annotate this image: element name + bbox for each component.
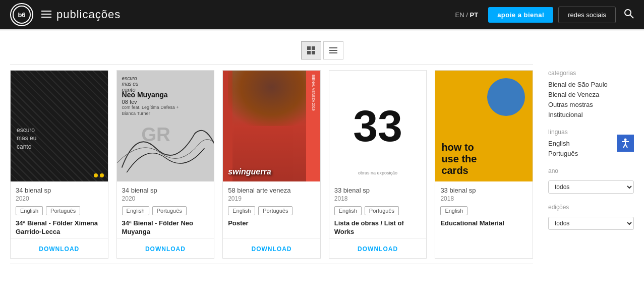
card4-number: 33	[353, 104, 402, 148]
pub-card-3-download[interactable]: DOWNLOAD	[223, 238, 320, 258]
apoie-button[interactable]: apoie a bienal	[488, 7, 553, 23]
svg-rect-9	[307, 51, 311, 54]
publications-grid: escuro mas eu canto XimenaGarrido–Lecca …	[10, 65, 533, 264]
pub-card-5-info: 33 bienal sp 2018 English Educational Ma…	[435, 181, 533, 258]
pub-card-4-langs: English Português	[334, 206, 422, 215]
pub-card-2-series: 34 bienal sp	[122, 187, 209, 194]
sidebar-languages-section: línguas English Português	[548, 129, 634, 157]
download-link-4[interactable]: DOWNLOAD	[358, 245, 398, 253]
svg-line-19	[625, 144, 627, 148]
download-link-3[interactable]: DOWNLOAD	[251, 245, 291, 253]
card-img-1-name: XimenaGarrido–Lecca	[17, 153, 102, 169]
lang-pt[interactable]: PT	[470, 11, 479, 19]
pub-card-2: escuro mas eu canto Neo Muyanga 08 fev c…	[116, 70, 215, 259]
pub-card-3-year: 2019	[228, 195, 315, 202]
svg-rect-8	[312, 46, 315, 50]
pub-card-4-download[interactable]: DOWNLOAD	[329, 238, 427, 258]
card4-subtext: obras na exposição	[358, 170, 397, 175]
pub-card-1-title: 34ª Bienal - Fôlder Ximena Garrido-Lecca	[16, 219, 103, 236]
grid-view-button[interactable]	[301, 41, 321, 59]
pub-card-4-image: 33 obras na exposição	[329, 71, 427, 181]
svg-text:b6: b6	[18, 11, 25, 19]
accessibility-icon[interactable]	[617, 135, 634, 152]
lang-badge-english-2[interactable]: English	[122, 206, 149, 215]
lang-badge-english-3[interactable]: English	[228, 206, 255, 215]
editions-select[interactable]: todos	[548, 217, 634, 230]
pub-card-5-series: 33 bienal sp	[440, 187, 528, 194]
svg-rect-4	[41, 17, 51, 18]
pub-card-1-download[interactable]: DOWNLOAD	[11, 238, 108, 258]
pub-card-1-image: escuro mas eu canto XimenaGarrido–Lecca …	[11, 71, 108, 181]
lang-badge-english-4[interactable]: English	[334, 206, 362, 215]
pub-card-5-title: Educational Material	[440, 219, 528, 256]
card-img-1: escuro mas eu canto XimenaGarrido–Lecca …	[11, 71, 108, 181]
lang-badge-portugues-3[interactable]: Português	[258, 206, 292, 215]
pub-card-4-title: Lista de obras / List of Works	[334, 219, 422, 236]
card3-swinguerra: swinguerra	[228, 167, 271, 176]
svg-rect-10	[312, 51, 315, 54]
svg-rect-2	[41, 11, 51, 12]
pub-card-3-langs: English Português	[228, 206, 315, 215]
redes-sociais-button[interactable]: redes sociais	[558, 7, 616, 23]
lang-en[interactable]: EN	[455, 11, 464, 19]
sidebar-item-veneza[interactable]: Bienal de Veneza	[548, 91, 634, 98]
pub-card-4-series: 33 bienal sp	[334, 187, 422, 194]
sidebar-year-section: ano todos	[548, 167, 634, 194]
pub-card-1-series: 34 bienal sp	[16, 187, 103, 194]
lang-badge-portugues-2[interactable]: Português	[152, 206, 187, 215]
pub-card-1-langs: English Português	[16, 206, 103, 215]
sketch-svg: GR	[117, 115, 214, 181]
pub-card-3-info: 58 bienal arte veneza 2019 English Portu…	[223, 181, 320, 238]
pub-card-3-series: 58 bienal arte veneza	[228, 187, 315, 194]
pub-card-2-image: escuro mas eu canto Neo Muyanga 08 fev c…	[117, 71, 214, 181]
svg-rect-12	[329, 50, 337, 51]
lang-badge-portugues-4[interactable]: Português	[365, 206, 399, 215]
svg-point-5	[625, 10, 631, 16]
search-icon[interactable]	[624, 9, 634, 21]
pub-card-4-info: 33 bienal sp 2018 English Português List…	[329, 181, 427, 238]
pub-card-2-year: 2020	[122, 195, 209, 202]
pub-card-1-year: 2020	[16, 195, 103, 202]
download-link-1[interactable]: DOWNLOAD	[39, 245, 79, 253]
lang-badge-english-5[interactable]: English	[440, 206, 467, 215]
sidebar-year-title: ano	[548, 167, 634, 174]
pub-card-2-download[interactable]: DOWNLOAD	[117, 238, 214, 258]
pub-card-2-info: 34 bienal sp 2020 English Português 34ª …	[117, 181, 214, 238]
year-select[interactable]: todos	[548, 180, 634, 194]
sidebar-item-outras[interactable]: Outras mostras	[548, 101, 634, 108]
svg-line-18	[623, 144, 625, 148]
view-toggle	[0, 31, 644, 65]
pub-card-2-title: 34ª Bienal - Fôlder Neo Muyanga	[122, 219, 209, 236]
svg-rect-13	[329, 52, 337, 53]
list-view-button[interactable]	[323, 41, 343, 59]
svg-rect-11	[329, 47, 337, 48]
sidebar-categories-title: categorias	[548, 70, 634, 77]
card5-blue-circle	[487, 78, 525, 116]
pub-card-3: BIENAL VENEZA 2019 swinguerra 58 bienal …	[222, 70, 321, 259]
lang-badge-portugues[interactable]: Português	[46, 206, 80, 215]
sidebar-item-sao-paulo[interactable]: Bienal de São Paulo	[548, 81, 634, 88]
language-switcher: EN / PT	[455, 11, 479, 19]
sidebar-categories-section: categorias Bienal de São Paulo Bienal de…	[548, 70, 634, 118]
card-img-1-date: 08 fev — 15 mar	[17, 169, 102, 175]
svg-rect-3	[41, 14, 51, 15]
pub-card-3-title: Poster	[228, 219, 315, 236]
sidebar-item-institucional[interactable]: Institucional	[548, 111, 634, 118]
pub-card-4: 33 obras na exposição 33 bienal sp 2018 …	[329, 70, 427, 259]
pub-card-5: how touse thecards 33 bienal sp 2018 Eng…	[435, 70, 533, 259]
menu-icon[interactable]	[41, 10, 51, 20]
pub-card-5-year: 2018	[440, 195, 528, 202]
main-layout: escuro mas eu canto XimenaGarrido–Lecca …	[0, 65, 644, 264]
pub-card-5-image: how touse thecards	[435, 71, 533, 181]
download-link-2[interactable]: DOWNLOAD	[145, 245, 186, 253]
logo[interactable]: b6	[10, 3, 33, 26]
card-img-1-text: escuro mas eu canto	[17, 126, 102, 151]
svg-point-15	[624, 138, 627, 141]
pub-card-2-langs: English Português	[122, 206, 209, 215]
pub-card-3-image: BIENAL VENEZA 2019 swinguerra	[223, 71, 320, 181]
svg-text:GR: GR	[141, 124, 170, 145]
card5-text: how touse thecards	[441, 142, 477, 176]
svg-line-6	[630, 15, 633, 18]
pub-card-4-year: 2018	[334, 195, 422, 202]
lang-badge-english[interactable]: English	[16, 206, 43, 215]
